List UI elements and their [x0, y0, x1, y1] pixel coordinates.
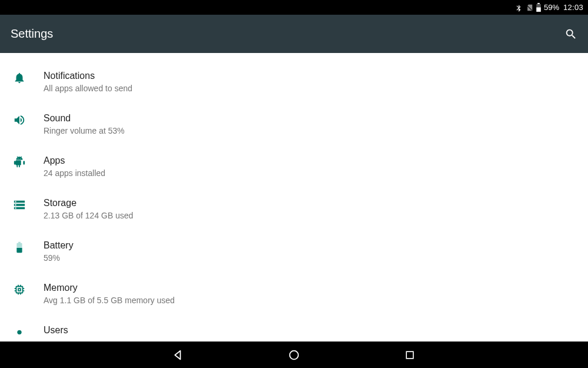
no-sim-icon — [525, 4, 533, 12]
recents-icon — [404, 349, 416, 361]
svg-rect-5 — [406, 352, 413, 359]
battery-percent-text: 59% — [544, 3, 559, 12]
status-bar: 59% 12:03 — [0, 0, 588, 15]
settings-item-battery[interactable]: Battery 59% — [0, 231, 588, 273]
svg-rect-0 — [537, 3, 540, 4]
search-icon — [564, 28, 577, 41]
navigation-bar — [0, 342, 588, 368]
home-button[interactable] — [288, 349, 300, 362]
back-button[interactable] — [172, 349, 185, 362]
android-icon — [9, 155, 44, 169]
search-button[interactable] — [564, 28, 577, 41]
battery-icon — [536, 3, 542, 12]
back-icon — [172, 349, 185, 362]
item-title: Memory — [44, 282, 579, 294]
item-title: Users — [44, 324, 579, 337]
item-title: Notifications — [44, 70, 579, 82]
settings-item-apps[interactable]: Apps 24 apps installed — [0, 146, 588, 188]
settings-item-users[interactable]: Users — [0, 316, 588, 341]
memory-icon — [9, 282, 44, 296]
storage-icon — [9, 197, 44, 211]
item-title: Storage — [44, 197, 579, 210]
recents-button[interactable] — [403, 349, 416, 362]
bluetooth-icon — [514, 4, 523, 12]
item-title: Sound — [44, 112, 579, 125]
item-subtitle: 2.13 GB of 124 GB used — [44, 211, 579, 220]
item-subtitle: All apps allowed to send — [44, 84, 579, 93]
item-title: Apps — [44, 155, 579, 167]
home-icon — [288, 349, 300, 362]
battery-icon — [9, 240, 44, 254]
item-subtitle: Avg 1.1 GB of 5.5 GB memory used — [44, 296, 579, 305]
settings-item-storage[interactable]: Storage 2.13 GB of 124 GB used — [0, 188, 588, 231]
svg-rect-2 — [536, 8, 541, 12]
bell-icon — [9, 70, 44, 84]
settings-item-memory[interactable]: Memory Avg 1.1 GB of 5.5 GB memory used — [0, 273, 588, 316]
clock-text: 12:03 — [563, 3, 583, 12]
volume-icon — [9, 112, 44, 127]
page-title: Settings — [11, 27, 53, 41]
app-bar: Settings — [0, 15, 588, 53]
svg-point-4 — [290, 350, 299, 359]
svg-point-3 — [17, 330, 21, 334]
settings-item-notifications[interactable]: Notifications All apps allowed to send — [0, 61, 588, 104]
item-subtitle: Ringer volume at 53% — [44, 126, 579, 135]
user-icon — [9, 324, 44, 341]
settings-item-sound[interactable]: Sound Ringer volume at 53% — [0, 104, 588, 146]
item-title: Battery — [44, 240, 579, 252]
item-subtitle: 24 apps installed — [44, 168, 579, 178]
settings-list[interactable]: Notifications All apps allowed to send S… — [0, 53, 588, 342]
item-subtitle: 59% — [44, 253, 579, 263]
